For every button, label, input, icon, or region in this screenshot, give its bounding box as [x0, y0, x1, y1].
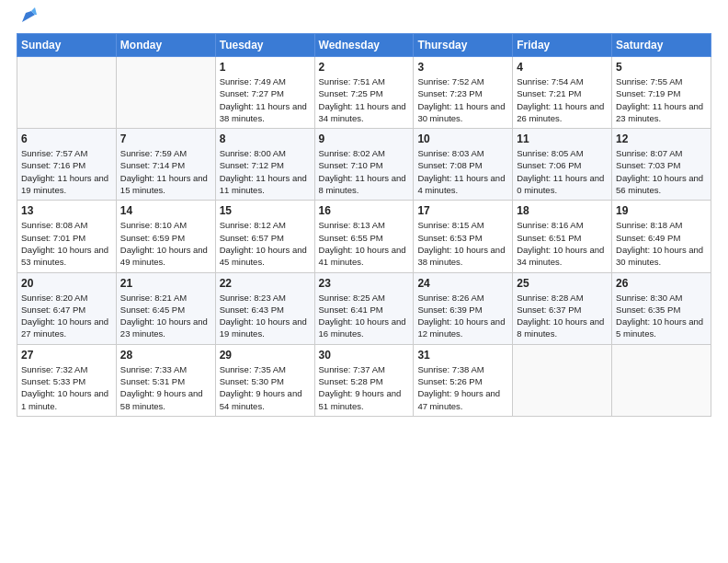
day-number: 8: [220, 132, 311, 145]
day-info: Sunrise: 8:13 AMSunset: 6:55 PMDaylight:…: [319, 219, 410, 268]
day-number: 15: [220, 204, 311, 217]
day-number: 28: [120, 349, 211, 362]
day-info: Sunrise: 8:05 AMSunset: 7:06 PMDaylight:…: [517, 147, 608, 196]
day-number: 2: [319, 61, 410, 74]
day-info: Sunrise: 7:52 AMSunset: 7:23 PMDaylight:…: [417, 75, 508, 124]
day-number: 10: [417, 132, 508, 145]
calendar-cell: 18Sunrise: 8:16 AMSunset: 6:51 PMDayligh…: [513, 201, 612, 272]
day-number: 30: [319, 349, 410, 362]
week-row-3: 13Sunrise: 8:08 AMSunset: 7:01 PMDayligh…: [17, 201, 711, 272]
week-row-5: 27Sunrise: 7:32 AMSunset: 5:33 PMDayligh…: [17, 344, 711, 416]
weekday-header-tuesday: Tuesday: [215, 34, 314, 57]
calendar-cell: [612, 344, 711, 416]
day-info: Sunrise: 7:32 AMSunset: 5:33 PMDaylight:…: [21, 363, 112, 412]
day-info: Sunrise: 7:33 AMSunset: 5:31 PMDaylight:…: [120, 363, 211, 412]
calendar-cell: 13Sunrise: 8:08 AMSunset: 7:01 PMDayligh…: [17, 201, 117, 272]
day-info: Sunrise: 8:30 AMSunset: 6:35 PMDaylight:…: [616, 292, 707, 340]
day-number: 20: [21, 277, 112, 290]
day-info: Sunrise: 8:16 AMSunset: 6:51 PMDaylight:…: [517, 219, 608, 268]
day-info: Sunrise: 8:20 AMSunset: 6:47 PMDaylight:…: [21, 292, 112, 340]
week-row-1: 1Sunrise: 7:49 AMSunset: 7:27 PMDaylight…: [17, 57, 711, 129]
calendar-cell: 24Sunrise: 8:26 AMSunset: 6:39 PMDayligh…: [414, 272, 513, 344]
day-number: 19: [616, 204, 707, 217]
day-number: 21: [120, 277, 211, 290]
day-number: 9: [319, 132, 410, 145]
day-info: Sunrise: 7:51 AMSunset: 7:25 PMDaylight:…: [319, 75, 410, 124]
day-info: Sunrise: 8:15 AMSunset: 6:53 PMDaylight:…: [417, 219, 508, 268]
calendar-cell: 15Sunrise: 8:12 AMSunset: 6:57 PMDayligh…: [215, 201, 314, 272]
day-info: Sunrise: 8:03 AMSunset: 7:08 PMDaylight:…: [417, 147, 508, 196]
day-info: Sunrise: 7:54 AMSunset: 7:21 PMDaylight:…: [517, 75, 608, 124]
calendar-cell: 26Sunrise: 8:30 AMSunset: 6:35 PMDayligh…: [612, 272, 711, 344]
day-info: Sunrise: 8:07 AMSunset: 7:03 PMDaylight:…: [616, 147, 707, 196]
day-number: 11: [517, 132, 608, 145]
calendar-cell: 2Sunrise: 7:51 AMSunset: 7:25 PMDaylight…: [314, 57, 414, 129]
weekday-header-saturday: Saturday: [612, 34, 711, 57]
calendar-cell: 7Sunrise: 7:59 AMSunset: 7:14 PMDaylight…: [116, 129, 215, 201]
logo: [17, 13, 39, 26]
calendar-cell: [17, 57, 117, 129]
day-number: 31: [417, 349, 508, 362]
day-number: 23: [319, 277, 410, 290]
day-number: 1: [220, 61, 311, 74]
calendar-cell: 29Sunrise: 7:35 AMSunset: 5:30 PMDayligh…: [215, 344, 314, 416]
calendar-cell: 21Sunrise: 8:21 AMSunset: 6:45 PMDayligh…: [116, 272, 215, 344]
logo-text: [17, 13, 39, 26]
day-info: Sunrise: 7:57 AMSunset: 7:16 PMDaylight:…: [21, 147, 112, 196]
calendar-cell: 27Sunrise: 7:32 AMSunset: 5:33 PMDayligh…: [17, 344, 117, 416]
day-number: 26: [616, 277, 707, 290]
day-info: Sunrise: 8:25 AMSunset: 6:41 PMDaylight:…: [319, 292, 410, 340]
calendar-cell: 28Sunrise: 7:33 AMSunset: 5:31 PMDayligh…: [116, 344, 215, 416]
day-number: 3: [417, 61, 508, 74]
weekday-header-friday: Friday: [513, 34, 612, 57]
day-info: Sunrise: 7:37 AMSunset: 5:28 PMDaylight:…: [319, 363, 410, 412]
calendar-cell: 3Sunrise: 7:52 AMSunset: 7:23 PMDaylight…: [414, 57, 513, 129]
day-number: 7: [120, 132, 211, 145]
calendar-page: SundayMondayTuesdayWednesdayThursdayFrid…: [0, 0, 728, 563]
day-number: 4: [517, 61, 608, 74]
calendar-cell: 10Sunrise: 8:03 AMSunset: 7:08 PMDayligh…: [414, 129, 513, 201]
day-info: Sunrise: 8:18 AMSunset: 6:49 PMDaylight:…: [616, 219, 707, 268]
day-number: 12: [616, 132, 707, 145]
weekday-header-row: SundayMondayTuesdayWednesdayThursdayFrid…: [17, 34, 711, 57]
day-info: Sunrise: 8:21 AMSunset: 6:45 PMDaylight:…: [120, 292, 211, 340]
calendar-cell: 8Sunrise: 8:00 AMSunset: 7:12 PMDaylight…: [215, 129, 314, 201]
day-info: Sunrise: 7:49 AMSunset: 7:27 PMDaylight:…: [220, 75, 311, 124]
calendar-cell: 20Sunrise: 8:20 AMSunset: 6:47 PMDayligh…: [17, 272, 117, 344]
day-info: Sunrise: 7:38 AMSunset: 5:26 PMDaylight:…: [417, 363, 508, 412]
calendar-cell: 1Sunrise: 7:49 AMSunset: 7:27 PMDaylight…: [215, 57, 314, 129]
calendar-cell: 31Sunrise: 7:38 AMSunset: 5:26 PMDayligh…: [414, 344, 513, 416]
day-info: Sunrise: 8:12 AMSunset: 6:57 PMDaylight:…: [220, 219, 311, 268]
day-info: Sunrise: 8:00 AMSunset: 7:12 PMDaylight:…: [220, 147, 311, 196]
weekday-header-wednesday: Wednesday: [314, 34, 414, 57]
day-number: 27: [21, 349, 112, 362]
calendar-cell: 9Sunrise: 8:02 AMSunset: 7:10 PMDaylight…: [314, 129, 414, 201]
calendar-cell: 19Sunrise: 8:18 AMSunset: 6:49 PMDayligh…: [612, 201, 711, 272]
calendar-cell: 25Sunrise: 8:28 AMSunset: 6:37 PMDayligh…: [513, 272, 612, 344]
calendar-cell: [513, 344, 612, 416]
day-info: Sunrise: 8:02 AMSunset: 7:10 PMDaylight:…: [319, 147, 410, 196]
day-number: 24: [417, 277, 508, 290]
calendar-cell: 6Sunrise: 7:57 AMSunset: 7:16 PMDaylight…: [17, 129, 117, 201]
day-number: 16: [319, 204, 410, 217]
page-header: [17, 9, 711, 26]
day-number: 29: [220, 349, 311, 362]
calendar-cell: 17Sunrise: 8:15 AMSunset: 6:53 PMDayligh…: [414, 201, 513, 272]
calendar-cell: [116, 57, 215, 129]
calendar-cell: 30Sunrise: 7:37 AMSunset: 5:28 PMDayligh…: [314, 344, 414, 416]
day-number: 22: [220, 277, 311, 290]
day-info: Sunrise: 8:26 AMSunset: 6:39 PMDaylight:…: [417, 292, 508, 340]
week-row-4: 20Sunrise: 8:20 AMSunset: 6:47 PMDayligh…: [17, 272, 711, 344]
calendar-cell: 14Sunrise: 8:10 AMSunset: 6:59 PMDayligh…: [116, 201, 215, 272]
day-info: Sunrise: 7:55 AMSunset: 7:19 PMDaylight:…: [616, 75, 707, 124]
calendar-cell: 4Sunrise: 7:54 AMSunset: 7:21 PMDaylight…: [513, 57, 612, 129]
calendar-table: SundayMondayTuesdayWednesdayThursdayFrid…: [17, 33, 711, 417]
day-number: 5: [616, 61, 707, 74]
weekday-header-sunday: Sunday: [17, 34, 117, 57]
calendar-cell: 23Sunrise: 8:25 AMSunset: 6:41 PMDayligh…: [314, 272, 414, 344]
calendar-cell: 11Sunrise: 8:05 AMSunset: 7:06 PMDayligh…: [513, 129, 612, 201]
weekday-header-thursday: Thursday: [414, 34, 513, 57]
day-info: Sunrise: 7:59 AMSunset: 7:14 PMDaylight:…: [120, 147, 211, 196]
day-info: Sunrise: 8:08 AMSunset: 7:01 PMDaylight:…: [21, 219, 112, 268]
day-number: 6: [21, 132, 112, 145]
